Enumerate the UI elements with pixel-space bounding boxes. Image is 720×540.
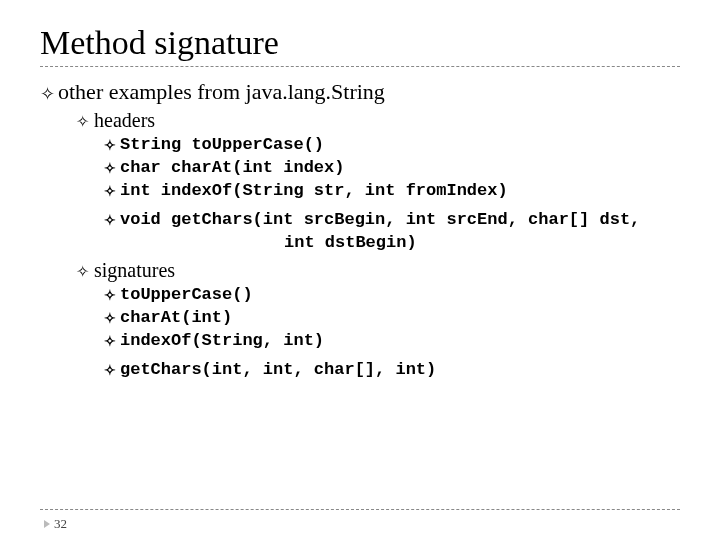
page-number-text: 32	[54, 516, 67, 532]
signature-item: ✧ charAt(int)	[104, 307, 680, 330]
bullet-icon: ✧	[104, 136, 120, 155]
bullet-icon: ✧	[104, 159, 120, 178]
code-text: void getChars(int srcBegin, int srcEnd, …	[120, 209, 640, 232]
signature-item: ✧ indexOf(String, int)	[104, 330, 680, 353]
signatures-label: signatures	[94, 259, 175, 282]
page-number: 32	[44, 516, 67, 532]
code-text: int indexOf(String str, int fromIndex)	[120, 180, 508, 203]
bullet-icon: ✧	[104, 309, 120, 328]
bullet-icon: ✧	[104, 211, 120, 230]
lvl1-text: other examples from java.lang.String	[58, 79, 385, 105]
bullet-icon: ✧	[104, 361, 120, 380]
headers-label: headers	[94, 109, 155, 132]
header-item: ✧ int indexOf(String str, int fromIndex)	[104, 180, 680, 203]
code-text: getChars(int, int, char[], int)	[120, 359, 436, 382]
bullet-icon: ✧	[76, 262, 94, 281]
bullet-icon: ✧	[40, 83, 58, 105]
slide-title: Method signature	[40, 24, 680, 62]
code-text: indexOf(String, int)	[120, 330, 324, 353]
bullet-icon: ✧	[76, 112, 94, 131]
bullet-lvl2-signatures: ✧ signatures	[76, 259, 680, 282]
code-text: toUpperCase()	[120, 284, 253, 307]
bullet-lvl2-headers: ✧ headers	[76, 109, 680, 132]
title-divider	[40, 66, 680, 67]
header-item: ✧ void getChars(int srcBegin, int srcEnd…	[104, 209, 680, 232]
bullet-lvl1: ✧ other examples from java.lang.String	[40, 79, 680, 105]
header-item: ✧ char charAt(int index)	[104, 157, 680, 180]
footer-divider	[40, 509, 680, 510]
header-item: ✧ String toUpperCase()	[104, 134, 680, 157]
signature-item: ✧ getChars(int, int, char[], int)	[104, 359, 680, 382]
header-item-cont: int dstBegin)	[104, 232, 680, 255]
code-text: String toUpperCase()	[120, 134, 324, 157]
bullet-icon: ✧	[104, 286, 120, 305]
bullet-icon: ✧	[104, 182, 120, 201]
code-text: charAt(int)	[120, 307, 232, 330]
signature-item: ✧ toUpperCase()	[104, 284, 680, 307]
code-text: char charAt(int index)	[120, 157, 344, 180]
triangle-icon	[44, 520, 50, 528]
bullet-icon: ✧	[104, 332, 120, 351]
